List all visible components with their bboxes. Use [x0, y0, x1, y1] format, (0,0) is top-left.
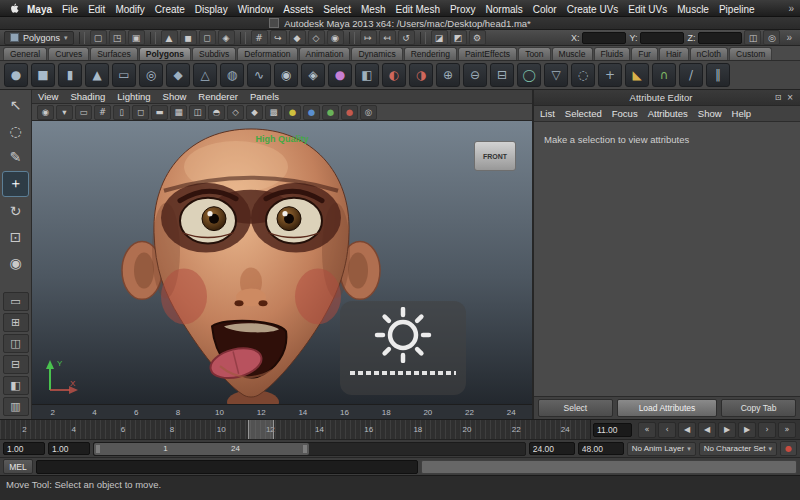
layout-outliner-persp[interactable]: ▥	[3, 397, 29, 416]
play-forward-button[interactable]: ▶	[718, 422, 736, 438]
range-track[interactable]: 1 24	[93, 442, 526, 456]
poly-pyramid-icon[interactable]: △	[193, 63, 217, 87]
poly-helix-icon[interactable]: ∿	[247, 63, 271, 87]
layout-two-side-by-side[interactable]: ◫	[3, 334, 29, 353]
auto-keyframe-toggle[interactable]: ●	[780, 441, 797, 456]
panel-menu-item[interactable]: Renderer	[198, 91, 238, 102]
poly-sphere-icon[interactable]: ●	[4, 63, 28, 87]
separate-icon[interactable]: ⊖	[463, 63, 487, 87]
select-component-icon[interactable]: ◻	[199, 30, 216, 45]
layout-four-pane[interactable]: ⊞	[3, 313, 29, 332]
menubar-item[interactable]: Maya	[22, 4, 57, 15]
smooth-icon[interactable]: ◯	[517, 63, 541, 87]
menubar-item[interactable]: Muscle	[672, 4, 714, 15]
poly-platonic-icon[interactable]: ◈	[301, 63, 325, 87]
sculpt-tool-icon[interactable]: ●	[328, 63, 352, 87]
view-cube[interactable]: FRONT	[474, 141, 516, 171]
animation-end-field[interactable]	[578, 442, 624, 455]
panel-menu-item[interactable]: Lighting	[117, 91, 150, 102]
attribute-editor-menu-item[interactable]: Focus	[612, 108, 638, 119]
poly-plane-icon[interactable]: ▭	[112, 63, 136, 87]
select-object-icon[interactable]: ◼	[180, 30, 197, 45]
statusline-collapse-icon[interactable]: »	[782, 32, 796, 43]
y-field[interactable]	[640, 32, 684, 44]
menubar-item[interactable]: Normals	[481, 4, 528, 15]
animation-start-field[interactable]	[3, 442, 45, 455]
snap-to-curve-icon[interactable]: ↪	[270, 30, 287, 45]
anim-layer-dropdown[interactable]: No Anim Layer ▾	[627, 442, 696, 456]
fill-hole-icon[interactable]: ◌	[571, 63, 595, 87]
safe-action-icon[interactable]: ◫	[189, 105, 206, 120]
attribute-editor-menu-item[interactable]: List	[540, 108, 555, 119]
shelf-tab[interactable]: Polygons	[139, 47, 191, 60]
gate-mask-icon[interactable]: ▬	[151, 105, 168, 120]
statusline-divider[interactable]	[79, 32, 85, 44]
make-live-icon[interactable]: ◉	[327, 30, 344, 45]
playback-end-field[interactable]	[529, 442, 575, 455]
save-scene-icon[interactable]: ▣	[128, 30, 145, 45]
paint-select-tool[interactable]: ✎	[3, 145, 28, 169]
shelf-tab[interactable]: Hair	[659, 47, 689, 60]
menubar-item[interactable]: Create UVs	[562, 4, 624, 15]
grid-icon[interactable]: #	[94, 105, 111, 120]
playback-start-field[interactable]	[48, 442, 90, 455]
panel-close-icon[interactable]: ×	[784, 93, 796, 102]
field-chart-icon[interactable]: ▦	[170, 105, 187, 120]
mirror-geometry-icon[interactable]: ◧	[355, 63, 379, 87]
shelf-tab[interactable]: General	[3, 47, 47, 60]
menubar-item[interactable]: Color	[528, 4, 562, 15]
select-tool[interactable]: ↖	[3, 93, 28, 117]
insert-edge-loop-icon[interactable]: ‖	[706, 63, 730, 87]
construction-history-icon[interactable]: ↺	[398, 30, 415, 45]
menubar-item[interactable]: Edit UVs	[623, 4, 672, 15]
attribute-editor-button[interactable]: Load Attributes	[617, 399, 717, 417]
xray-icon[interactable]: ●	[341, 105, 358, 120]
step-forward-key-button[interactable]: ▶	[738, 422, 756, 438]
poly-prism-icon[interactable]: ◆	[166, 63, 190, 87]
current-time-marker[interactable]	[248, 420, 274, 439]
poly-torus-icon[interactable]: ◎	[139, 63, 163, 87]
apple-menu-icon[interactable]	[6, 2, 22, 15]
panel-menu-item[interactable]: Show	[163, 91, 187, 102]
snap-to-point-icon[interactable]: ◆	[289, 30, 306, 45]
poly-cylinder-icon[interactable]: ▮	[58, 63, 82, 87]
step-back-frame-button[interactable]: ‹	[658, 422, 676, 438]
layout-two-stacked[interactable]: ⊟	[3, 355, 29, 374]
scale-tool[interactable]: ⊡	[3, 225, 28, 249]
command-result-field[interactable]	[421, 460, 797, 474]
panel-menu-item[interactable]: Shading	[70, 91, 105, 102]
attribute-editor-menu-item[interactable]: Attributes	[648, 108, 688, 119]
menubar-item[interactable]: Pipeline	[714, 4, 760, 15]
boolean-difference-icon[interactable]: ◑	[409, 63, 433, 87]
shelf-tab[interactable]: Fluids	[594, 47, 631, 60]
go-to-start-button[interactable]: «	[638, 422, 656, 438]
poly-soccer-ball-icon[interactable]: ◉	[274, 63, 298, 87]
resolution-gate-icon[interactable]: ◻	[132, 105, 149, 120]
input-connections-icon[interactable]: ↦	[360, 30, 377, 45]
menubar-item[interactable]: Create	[150, 4, 190, 15]
append-polygon-icon[interactable]: +	[598, 63, 622, 87]
go-to-end-button[interactable]: »	[778, 422, 796, 438]
statusline-divider[interactable]	[420, 32, 426, 44]
menubar-item[interactable]: Display	[190, 4, 233, 15]
select-hierarchy-icon[interactable]: ▲	[161, 30, 178, 45]
combine-icon[interactable]: ⊕	[436, 63, 460, 87]
poly-pipe-icon[interactable]: ◍	[220, 63, 244, 87]
camera-attributes-icon[interactable]: ◉	[37, 105, 54, 120]
menubar-item[interactable]: Edit	[83, 4, 110, 15]
range-end-handle[interactable]	[303, 445, 307, 453]
menu-overflow-icon[interactable]: »	[788, 3, 794, 14]
command-input[interactable]	[36, 460, 418, 474]
render-settings-icon[interactable]: ⚙	[469, 30, 486, 45]
menubar-item[interactable]: Mesh	[356, 4, 390, 15]
statusline-divider[interactable]	[349, 32, 355, 44]
command-mode-button[interactable]: MEL	[3, 459, 33, 474]
menubar-item[interactable]: Select	[318, 4, 356, 15]
menubar-item[interactable]: Modify	[110, 4, 149, 15]
attribute-editor-menu-item[interactable]: Show	[698, 108, 722, 119]
statusline-divider[interactable]	[240, 32, 246, 44]
range-start-handle[interactable]	[96, 445, 100, 453]
shelf-tab[interactable]: Curves	[48, 47, 89, 60]
menubar-item[interactable]: Edit Mesh	[390, 4, 444, 15]
snap-to-plane-icon[interactable]: ◇	[308, 30, 325, 45]
